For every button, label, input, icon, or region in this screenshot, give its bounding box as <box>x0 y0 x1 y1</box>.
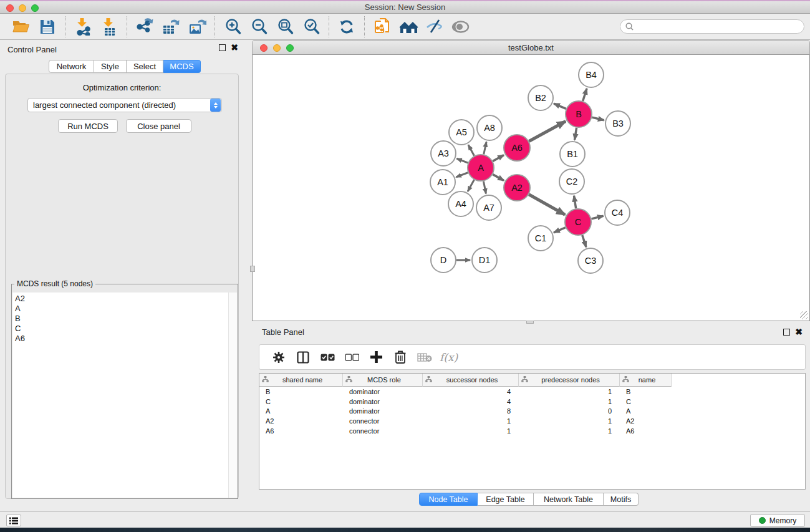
search-input[interactable] <box>637 21 804 32</box>
zoom-window-button[interactable] <box>31 4 39 12</box>
tab-network[interactable]: Network <box>49 60 94 73</box>
graph-edge-A-A6[interactable] <box>493 155 504 162</box>
graph-edge-A-A2[interactable] <box>493 175 504 181</box>
close-table-panel-icon[interactable]: ✖ <box>795 329 803 336</box>
graph-edge-A-A3[interactable] <box>456 158 468 163</box>
clone-network-button[interactable] <box>372 16 393 38</box>
graph-node-label: C <box>575 217 581 227</box>
graph-node-label: B4 <box>586 70 597 80</box>
network-graph[interactable]: B4B2BB3A8A5A6B1A3AC2A1A2A4A7C4CC1DD1C3 <box>253 55 809 321</box>
graph-edge-A-A8[interactable] <box>484 142 486 154</box>
zoom-selected-button[interactable] <box>301 16 322 38</box>
tab-edge-table[interactable]: Edge Table <box>478 493 534 506</box>
open-session-button[interactable] <box>11 16 32 38</box>
mcds-result-item[interactable]: C <box>15 324 228 334</box>
hide-selected-button[interactable] <box>424 16 445 38</box>
apply-layout-button[interactable] <box>336 16 357 38</box>
zoom-in-button[interactable] <box>222 16 243 38</box>
show-columns-button[interactable] <box>294 348 312 367</box>
show-all-button[interactable] <box>450 16 471 38</box>
first-neighbors-button[interactable] <box>398 16 419 38</box>
table-panel-tabs: Node TableEdge TableNetwork TableMotifs <box>419 493 639 506</box>
cell-successor-nodes: 1 <box>423 417 519 425</box>
table-row[interactable]: Adominator80A <box>259 406 805 416</box>
memory-button[interactable]: Memory <box>750 514 805 527</box>
float-panel-icon[interactable] <box>219 44 226 51</box>
minimize-window-button[interactable] <box>19 4 26 12</box>
close-network-button[interactable] <box>260 44 268 52</box>
close-panel-icon[interactable]: ✖ <box>231 44 238 51</box>
cell-shared-name: B <box>259 388 343 395</box>
node-table[interactable]: shared nameMCDS rolesuccessor nodesprede… <box>259 373 806 490</box>
zoom-out-button[interactable] <box>248 16 269 38</box>
graph-edge-B-B1[interactable] <box>575 128 577 140</box>
graph-edge-A-A5[interactable] <box>468 145 475 155</box>
tab-network-table[interactable]: Network Table <box>534 493 604 506</box>
table-row[interactable]: Cdominator41C <box>259 397 805 407</box>
column-header-name[interactable]: name <box>620 374 672 387</box>
zoom-fit-button[interactable] <box>274 16 296 38</box>
function-builder-button[interactable]: f(x) <box>440 351 458 364</box>
column-header-predecessor-nodes[interactable]: predecessor nodes <box>519 374 620 387</box>
import-network-button[interactable] <box>72 16 94 38</box>
graph-edge-A2-C[interactable] <box>529 195 565 215</box>
column-settings-button[interactable] <box>269 348 288 367</box>
table-row[interactable]: Bdominator41B <box>259 387 805 397</box>
graph-node-label: B <box>576 109 582 119</box>
tab-motifs[interactable]: Motifs <box>604 493 639 506</box>
graph-edge-A-A1[interactable] <box>456 173 468 177</box>
mcds-result-item[interactable]: A2 <box>15 294 228 304</box>
graph-edge-A-A4[interactable] <box>468 180 474 191</box>
table-row[interactable]: A6connector11A6 <box>259 426 805 436</box>
search-box[interactable] <box>620 19 804 34</box>
tab-select[interactable]: Select <box>127 60 163 73</box>
tab-mcds[interactable]: MCDS <box>163 60 201 73</box>
float-table-panel-icon[interactable] <box>783 329 790 336</box>
graph-edge-B-B3[interactable] <box>592 117 604 120</box>
save-session-button[interactable] <box>37 16 58 38</box>
window-resize-grip[interactable] <box>800 311 808 319</box>
export-network-button[interactable] <box>134 16 155 38</box>
run-mcds-button[interactable]: Run MCDS <box>58 119 118 133</box>
mcds-result-item[interactable]: A <box>15 304 228 314</box>
mcds-result-item[interactable]: B <box>15 314 228 324</box>
splitter-handle-vertical[interactable] <box>250 266 255 272</box>
import-table-button[interactable] <box>99 16 120 38</box>
graph-edge-A-A7[interactable] <box>483 181 486 194</box>
tab-style[interactable]: Style <box>94 60 127 73</box>
cell-MCDS-role: connector <box>343 417 423 425</box>
column-header-successor-nodes[interactable]: successor nodes <box>423 374 519 387</box>
zoom-network-button[interactable] <box>286 44 294 52</box>
graph-edge-C-C2[interactable] <box>574 196 576 209</box>
graph-node-label: A8 <box>484 123 495 133</box>
graph-edge-A6-B[interactable] <box>529 121 566 141</box>
export-table-button[interactable] <box>160 16 181 38</box>
column-type-icon <box>521 376 528 382</box>
select-all-rows-button[interactable] <box>318 348 337 367</box>
graph-edge-C-C1[interactable] <box>554 228 566 233</box>
network-canvas[interactable]: B4B2BB3A8A5A6B1A3AC2A1A2A4A7C4CC1DD1C3 <box>252 55 810 321</box>
table-row[interactable]: A2connector11A2 <box>259 416 805 426</box>
close-window-button[interactable] <box>6 4 14 12</box>
deselect-all-rows-button[interactable] <box>342 348 361 367</box>
delete-table-button[interactable] <box>415 348 434 367</box>
tab-node-table[interactable]: Node Table <box>419 493 478 506</box>
result-scrollbar[interactable] <box>228 293 237 498</box>
graph-edge-B-B2[interactable] <box>554 104 566 109</box>
minimize-network-button[interactable] <box>273 44 281 52</box>
show-hide-panels-button[interactable] <box>6 515 21 526</box>
graph-edge-C-C4[interactable] <box>591 216 603 219</box>
graph-edge-B-B4[interactable] <box>583 89 587 101</box>
graph-edge-C-C3[interactable] <box>582 235 586 247</box>
create-column-button[interactable] <box>367 348 385 367</box>
column-header-shared-name[interactable]: shared name <box>259 374 343 387</box>
close-panel-button[interactable]: Close panel <box>126 119 191 133</box>
splitter-handle-horizontal[interactable] <box>526 321 534 324</box>
mcds-result-item[interactable]: A6 <box>15 334 228 344</box>
export-image-button[interactable] <box>186 16 208 38</box>
criterion-dropdown[interactable]: largest connected component (directed) <box>27 98 222 112</box>
network-window-titlebar[interactable]: testGlobe.txt <box>252 40 810 55</box>
delete-column-button[interactable] <box>391 348 410 367</box>
column-header-MCDS-role[interactable]: MCDS role <box>343 374 423 387</box>
mcds-result-list[interactable]: A2ABCA6 <box>12 293 228 498</box>
